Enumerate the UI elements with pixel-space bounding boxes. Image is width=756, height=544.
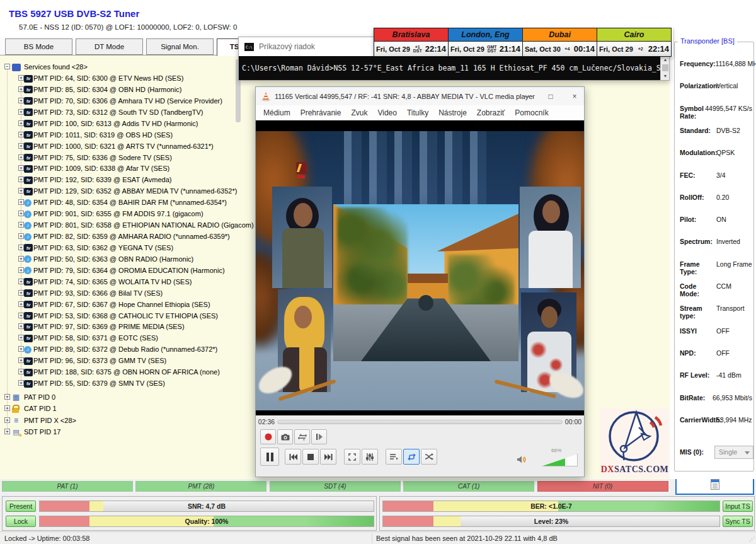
tree-row[interactable]: +♪PMT PID: 48, SID: 6354 @ BAHIR DAR FM … (0, 197, 239, 208)
snapshot-button[interactable] (277, 429, 293, 444)
tree-row[interactable]: +♪PMT PID: 79, SID: 6364 @ OROMIA EDUCAT… (0, 265, 239, 276)
expand-icon[interactable]: + (18, 245, 24, 250)
cmd-scrollbar-thumb[interactable] (662, 64, 668, 71)
expand-icon[interactable]: + (18, 313, 24, 318)
tree-row[interactable]: +tvPMT PID: 67, SID: 6367 @ Hope Channel… (0, 299, 239, 310)
tab-signal-mon-[interactable]: Signal Mon. (146, 38, 214, 55)
menu-prehr-vanie[interactable]: Prehrávanie (295, 107, 346, 119)
menu-video[interactable]: Video (372, 107, 401, 119)
tree-row[interactable]: +tvPMT PID: 192, SID: 6339 @ ESAT (Avmed… (0, 175, 239, 185)
tree-row[interactable]: +▤★SDT PID 17 (0, 427, 239, 437)
tree-row[interactable]: +tvPMT PID: 1009, SID: 6338 @ Afar TV (S… (0, 163, 239, 174)
minimize-button[interactable]: — (522, 92, 531, 101)
ab-loop-button[interactable]: AB (294, 429, 310, 444)
expand-icon[interactable]: + (18, 86, 24, 92)
tree-row[interactable]: +tvPMT PID: 53, SID: 6368 @ CATHOLIC TV … (0, 311, 239, 321)
frame-step-button[interactable] (311, 429, 327, 444)
expand-icon[interactable]: + (18, 335, 24, 340)
tree-row[interactable]: +tvPMT PID: 74, SID: 6365 @ WOLAITA TV H… (0, 277, 239, 287)
menu-m-dium[interactable]: Médium (258, 107, 295, 119)
tree-row[interactable]: +tvPMT PID: 1011, SID: 6319 @ OBS HD (SE… (0, 130, 239, 141)
tree-row[interactable]: +tvPMT PID: 75, SID: 6336 @ Sodere TV (S… (0, 153, 239, 163)
expand-icon[interactable]: + (18, 75, 24, 81)
seek-bar[interactable] (277, 420, 563, 424)
sync-ts-button[interactable]: Sync TS (723, 516, 753, 527)
next-button[interactable] (320, 449, 336, 465)
pause-button[interactable] (260, 448, 279, 466)
expand-icon[interactable]: + (18, 109, 24, 115)
shuffle-button[interactable] (421, 449, 437, 465)
tree-row[interactable]: +tvPMT PID: 1000, SID: 6321 @ ARTS TV (*… (0, 141, 239, 152)
tree-row[interactable]: +tvPMT PID: 70, SID: 6306 @ Amhara TV HD… (0, 96, 239, 107)
expand-icon[interactable]: + (18, 290, 24, 296)
stop-button[interactable] (302, 449, 319, 465)
cmd-scrollbar[interactable]: ▲ ▼ (660, 56, 669, 80)
expand-icon[interactable]: + (4, 405, 10, 411)
tree-row[interactable]: +tvPMT PID: 96, SID: 6373 @ GMM TV (SES) (0, 356, 239, 366)
present-button[interactable]: Present (6, 501, 36, 512)
resize-grip[interactable]: ⋰ (749, 536, 755, 542)
menu-pomocn-k[interactable]: Pomocník (510, 107, 553, 119)
menu-zobrazi-[interactable]: Zobraziť (472, 107, 510, 119)
expand-icon[interactable]: + (4, 394, 10, 400)
record-button[interactable] (260, 429, 276, 444)
mis-dropdown[interactable]: Single (714, 446, 753, 459)
adjustments-button[interactable] (362, 449, 378, 465)
expand-icon[interactable]: + (18, 301, 24, 307)
tree-row[interactable]: +tvPMT PID: 129, SID: 6352 @ ABBAY MEDIA… (0, 186, 239, 197)
tree-row[interactable]: +tvPMT PID: 93, SID: 6366 @ Bilal TV (SE… (0, 288, 239, 299)
tree-row[interactable]: +tvPMT PID: 97, SID: 6369 @ PRIME MEDIA … (0, 321, 239, 332)
tree-row[interactable]: +≡PMT PID X <28> (0, 415, 239, 426)
volume-control[interactable]: 66% (529, 450, 578, 469)
expand-icon[interactable]: + (18, 346, 24, 352)
tree-row[interactable]: +tvPMT PID: 64, SID: 6300 @ ETV News HD … (0, 73, 239, 84)
collapse-icon[interactable]: − (4, 64, 10, 69)
tree-row[interactable]: +tvPMT PID: 55, SID: 6379 @ SMN TV (SES) (0, 378, 239, 389)
vlc-video-area[interactable] (256, 120, 584, 415)
menu-zvuk[interactable]: Zvuk (346, 107, 372, 119)
tab-dt-mode[interactable]: DT Mode (76, 38, 143, 55)
playlist-button[interactable] (386, 449, 402, 465)
expand-icon[interactable]: + (18, 154, 24, 160)
cmd-console[interactable]: C:\Users\Roman Dávid>NSS 12-57°E_East Af… (239, 56, 669, 80)
previous-button[interactable] (285, 449, 301, 465)
tree-row[interactable]: +tvPMT PID: 188, SID: 6375 @ OBN HORN OF… (0, 367, 239, 378)
tree-row[interactable]: +♪PMT PID: 89, SID: 6372 @ Debub Radio (… (0, 344, 239, 355)
tree-row[interactable]: +♪PMT PID: 801, SID: 6358 @ ETHIOPIAN NA… (0, 220, 239, 231)
close-button[interactable]: × (570, 92, 579, 101)
expand-icon[interactable]: + (18, 380, 24, 386)
tab-bs-mode[interactable]: BS Mode (5, 38, 72, 55)
expand-icon[interactable]: + (18, 279, 24, 284)
expand-icon[interactable]: + (18, 357, 24, 363)
scroll-down-icon[interactable]: ▼ (661, 72, 670, 80)
expand-icon[interactable]: + (18, 323, 24, 329)
expand-icon[interactable]: + (18, 143, 24, 149)
scroll-up-icon[interactable]: ▲ (661, 56, 670, 64)
menu-n-stroje[interactable]: Nástroje (433, 107, 472, 119)
fullscreen-button[interactable] (344, 449, 360, 465)
tree-row[interactable]: +♪PMT PID: 901, SID: 6355 @ FM ADDIS 97.… (0, 209, 239, 219)
vlc-titlebar[interactable]: 11165 Vertical 44995,547 / RF: -41 SNR: … (256, 87, 584, 105)
expand-icon[interactable]: + (18, 165, 24, 171)
tree-row[interactable]: +▦PAT PID 0 (0, 392, 239, 403)
tree-row[interactable]: +tvPMT PID: 73, SID: 6312 @ South TV SD … (0, 107, 239, 118)
volume-slider[interactable] (541, 454, 578, 466)
tree-row[interactable]: +tvPMT PID: 100, SID: 6313 @ Addis TV HD… (0, 119, 239, 129)
expand-icon[interactable]: + (18, 120, 24, 126)
expand-icon[interactable]: + (18, 199, 24, 205)
expand-icon[interactable]: + (18, 188, 24, 194)
expand-icon[interactable]: + (18, 98, 24, 103)
tree-row[interactable]: +CAT PID 1 (0, 403, 239, 414)
menu-titulky[interactable]: Titulky (402, 107, 433, 119)
loop-button[interactable] (403, 449, 420, 465)
expand-icon[interactable]: + (18, 369, 24, 374)
tree-row[interactable]: +♪PMT PID: 50, SID: 6363 @ OBN RADIO (Ha… (0, 254, 239, 265)
maximize-button[interactable]: □ (546, 92, 555, 101)
expand-icon[interactable]: + (18, 267, 24, 273)
input-ts-button[interactable]: Input TS (723, 501, 753, 512)
expand-icon[interactable]: + (4, 417, 10, 423)
expand-icon[interactable]: + (4, 429, 10, 434)
expand-icon[interactable]: + (18, 222, 24, 228)
tree-row[interactable]: +tvPMT PID: 63, SID: 6362 @ YEGNA TV (SE… (0, 243, 239, 253)
expand-icon[interactable]: + (18, 177, 24, 182)
